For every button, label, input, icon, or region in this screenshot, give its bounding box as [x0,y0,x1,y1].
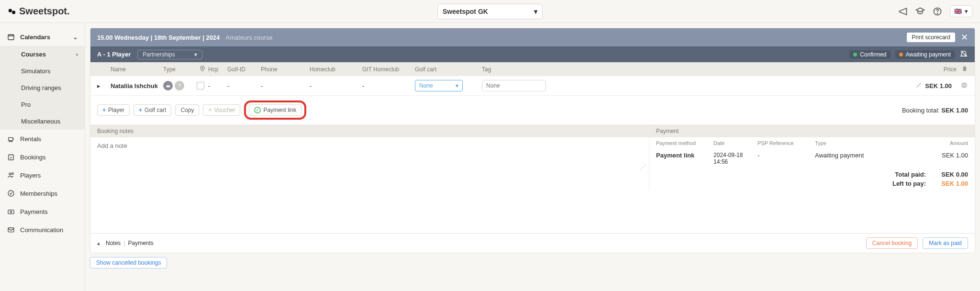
nav-calendars[interactable]: Calendars ⌄ [0,28,85,46]
nav-pro[interactable]: Pro [0,96,85,113]
flag-icon: 🇬🇧 [954,8,962,15]
nav-rentals[interactable]: Rentals [0,130,85,148]
nav-communication[interactable]: Communication [0,221,85,239]
pay-psp: - [757,152,815,159]
nav-label: Courses [21,51,46,58]
total-paid-label: Total paid: [895,171,926,178]
notes-column: Booking notes ⋰ [90,125,649,190]
chevron-right-icon: › [76,51,78,58]
tag-input[interactable] [482,80,546,91]
cell-phone: - [261,82,310,90]
subheader: A - 1 Player Partnerships ▾ Confirmed Aw… [90,46,975,62]
club-dropdown[interactable]: Sweetspot GK ▾ [437,4,543,19]
expand-icon[interactable]: ▸ [97,82,111,90]
actions-row: + Player + Golf cart Copy + Voucher ✓ [90,96,975,125]
logo-icon [8,7,16,16]
payment-label: Payment [649,125,975,137]
crown-icon [163,81,173,90]
plus-icon: + [139,107,142,113]
payments-icon [7,207,15,216]
add-player-button[interactable]: + Player [97,104,130,116]
nav-misc[interactable]: Miscellaneous [0,113,85,130]
print-scorecard-button[interactable]: Print scorecard [907,33,955,42]
location-checkbox[interactable] [197,82,204,90]
nav-label: Memberships [20,190,57,197]
col-phone: Phone [261,66,310,73]
svg-point-11 [8,190,14,196]
svg-point-9 [9,173,11,175]
show-cancelled-bookings-button[interactable]: Show cancelled bookings [90,257,167,269]
copy-button[interactable]: Copy [175,104,199,116]
partnerships-dropdown[interactable]: Partnerships ▾ [137,50,202,59]
status-text: Awaiting payment [906,51,951,58]
footer-notes-link[interactable]: Notes [103,240,123,246]
location-pin-icon[interactable] [197,65,208,73]
nav-simulators[interactable]: Simulators [0,63,85,79]
resize-handle-icon[interactable]: ⋰ [640,164,646,170]
topbar: Sweetspot. Sweetspot GK ▾ 🇬🇧 ▾ [0,0,980,23]
pay-date: 2024-09-18 14:56 [713,152,757,165]
svg-point-13 [10,211,11,213]
remove-player-icon[interactable] [957,81,968,90]
col-name: Name [111,66,163,73]
delete-all-icon[interactable] [957,65,968,73]
nav-courses[interactable]: Courses › [0,46,85,63]
brand-text: Sweetspot. [19,6,70,17]
status-awaiting-badge: Awaiting payment [895,50,955,59]
nav-memberships[interactable]: Memberships [0,184,85,202]
notes-textarea[interactable] [90,137,649,171]
notes-label: Booking notes [90,125,649,137]
svg-point-3 [937,13,937,13]
nav-label: Calendars [20,34,50,41]
pc-type: Type [815,140,896,146]
nav-driving-ranges[interactable]: Driving ranges [0,79,85,96]
player-name[interactable]: Nataliia Ishchuk [111,82,163,90]
nav-players[interactable]: Players [0,166,85,184]
pc-method: Payment method [656,140,713,146]
nav-bookings[interactable]: Bookings [0,148,85,166]
col-hcp: Hcp [208,66,227,73]
cart-value: None [419,82,433,89]
add-golf-cart-button[interactable]: + Golf cart [134,104,171,116]
edit-price-icon[interactable] [915,82,922,90]
announcement-icon[interactable] [898,7,908,16]
close-icon[interactable]: ✕ [961,32,968,43]
pc-date: Date [713,140,757,146]
btn-label: Payment link [263,107,296,113]
nav-payments[interactable]: Payments [0,202,85,221]
svg-point-6 [9,141,10,142]
cell-hcp: - [208,82,227,90]
golf-cart-select[interactable]: None ▾ [415,80,463,91]
pay-amount: SEK 1.00 [930,152,968,159]
club-name: Sweetspot GK [443,8,488,15]
notifications-off-icon[interactable] [959,49,968,59]
language-selector[interactable]: 🇬🇧 ▾ [950,5,972,17]
cell-golfid: - [227,82,261,90]
total-paid-value: SEK 0.00 [930,171,968,178]
btn-label: Player [108,107,124,113]
highlight-ring: ✓ Payment link [244,101,306,120]
booking-total: Booking total: SEK 1.00 [902,107,968,114]
cell-githome: - [362,82,415,90]
slot-label: A - 1 Player [97,51,131,58]
panel-course: Amateurs course [225,34,272,41]
svg-rect-12 [8,210,14,214]
partnerships-label: Partnerships [143,51,175,58]
mark-as-paid-button[interactable]: Mark as paid [923,237,968,249]
svg-rect-17 [963,85,966,85]
btn-label: Golf cart [145,107,166,113]
left-to-pay-value: SEK 1.00 [930,180,968,187]
payment-table-header: Payment method Date PSP Reference Type A… [649,137,975,149]
payment-link-button[interactable]: ✓ Payment link [249,104,301,116]
footer-payments-link[interactable]: Payments [125,240,156,246]
booking-total-label: Booking total: [902,107,940,114]
caret-up-icon[interactable]: ▴ [97,240,100,246]
chevron-down-icon: ▾ [456,82,458,89]
svg-point-7 [11,141,12,142]
left-to-pay-label: Left to pay: [892,180,926,187]
academy-icon[interactable] [915,7,925,16]
cancel-booking-button[interactable]: Cancel booking [866,237,918,249]
help-icon[interactable] [933,7,942,16]
voucher-button[interactable]: + Voucher [203,104,240,116]
col-tag: Tag [482,66,568,73]
